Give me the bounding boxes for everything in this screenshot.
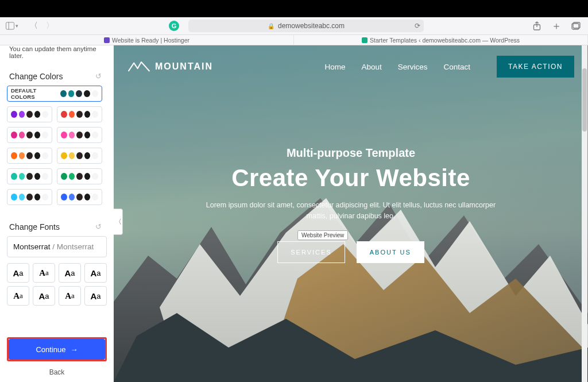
swatch xyxy=(11,173,17,180)
swatch xyxy=(19,173,25,180)
font-sample-small: a xyxy=(71,291,75,300)
nav-services[interactable]: Services xyxy=(398,63,428,71)
swatch xyxy=(26,152,33,159)
swatch xyxy=(84,194,91,200)
font-sample-small: a xyxy=(20,291,23,300)
swatch xyxy=(19,194,25,200)
nav-home[interactable]: Home xyxy=(324,63,345,71)
swatch xyxy=(69,173,75,180)
sidebar-toggle-icon[interactable]: ▾ xyxy=(6,20,18,32)
swatch xyxy=(42,152,48,159)
palette-option[interactable] xyxy=(57,189,102,205)
brand[interactable]: MOUNTAIN xyxy=(127,60,213,74)
swatch xyxy=(92,111,98,118)
font-sample-big: A xyxy=(38,291,45,301)
forward-icon[interactable]: 〉 xyxy=(44,20,56,32)
swatch xyxy=(69,111,75,118)
font-sample-small: a xyxy=(45,292,49,300)
font-sample-big: A xyxy=(13,291,20,301)
nav-links: Home About Services Contact TAKE ACTION xyxy=(324,56,574,78)
swatch xyxy=(34,173,41,180)
swatch xyxy=(84,152,91,159)
swatch xyxy=(11,132,17,138)
swatch xyxy=(76,173,83,180)
palette-default[interactable]: DEFAULT COLORS xyxy=(7,86,102,102)
font-sample-big: A xyxy=(90,291,96,301)
reload-icon[interactable]: ⟳ xyxy=(415,22,420,30)
font-option[interactable]: Aa xyxy=(33,263,55,283)
colors-section-header: Change Colors ↺ xyxy=(0,65,114,86)
hero-buttons: SERVICES ABOUT US xyxy=(127,241,574,263)
nav-contact[interactable]: Contact xyxy=(444,63,471,71)
website-preview: MOUNTAIN Home About Services Contact TAK… xyxy=(114,45,588,382)
palette-option[interactable] xyxy=(57,127,102,143)
swatch xyxy=(34,132,41,138)
site-nav: MOUNTAIN Home About Services Contact TAK… xyxy=(127,56,574,78)
font-primary: Montserrat xyxy=(13,242,51,251)
favicon-icon xyxy=(362,37,368,43)
brand-text: MOUNTAIN xyxy=(155,61,213,72)
nav-about[interactable]: About xyxy=(361,63,381,71)
font-sample-big: A xyxy=(64,268,71,278)
font-option[interactable]: Aa xyxy=(59,286,81,306)
grammarly-icon[interactable]: G xyxy=(169,21,179,31)
font-option[interactable]: Aa xyxy=(33,286,55,306)
font-selected[interactable]: Montserrat / Montserrat xyxy=(7,236,107,257)
palette-option[interactable] xyxy=(7,168,52,184)
address-bar[interactable]: 🔒 demowebsiteabc.com ⟳ xyxy=(188,20,424,32)
swatch xyxy=(34,111,41,118)
fonts-title: Change Fonts xyxy=(9,222,60,231)
svg-rect-0 xyxy=(6,22,14,29)
palette-option[interactable] xyxy=(57,148,102,164)
fonts-section-header: Change Fonts ↺ xyxy=(0,215,114,236)
tabs-overview-icon[interactable] xyxy=(570,20,582,32)
swatch xyxy=(92,194,98,200)
swatch xyxy=(19,132,25,138)
swatch xyxy=(76,152,83,159)
palette-option[interactable] xyxy=(57,168,102,184)
back-button[interactable]: Back xyxy=(7,365,107,376)
swatch xyxy=(34,194,41,200)
swatch xyxy=(11,111,17,118)
font-sample-small: a xyxy=(96,292,100,300)
favicon-icon xyxy=(104,37,110,43)
swatch xyxy=(26,111,33,118)
swatch xyxy=(61,111,67,118)
swatch xyxy=(42,194,48,200)
font-option[interactable]: Aa xyxy=(84,263,107,283)
swatch xyxy=(26,194,33,200)
fonts-section: Montserrat / Montserrat AaAaAaAaAaAaAaAa xyxy=(0,236,114,306)
reset-colors-icon[interactable]: ↺ xyxy=(95,72,105,81)
browser-tab-0[interactable]: Website is Ready | Hostinger xyxy=(0,35,294,45)
collapse-sidebar-button[interactable]: 〈 xyxy=(114,209,123,235)
palette-option[interactable] xyxy=(7,189,52,205)
hero-services-button[interactable]: SERVICES xyxy=(277,241,345,263)
new-tab-icon[interactable]: ＋ xyxy=(550,20,563,32)
swatch xyxy=(68,90,75,97)
palette-option[interactable] xyxy=(7,127,52,143)
font-option[interactable]: Aa xyxy=(84,286,107,306)
browser-tab-1[interactable]: Starter Templates ‹ demowebsiteabc.com —… xyxy=(294,35,588,45)
swatch xyxy=(42,173,48,180)
back-icon[interactable]: 〈 xyxy=(28,20,40,32)
scrollbar-thumb[interactable] xyxy=(582,68,587,132)
swatch xyxy=(61,173,67,180)
hero-about-button[interactable]: ABOUT US xyxy=(357,241,424,263)
swatch xyxy=(19,152,25,159)
swatch xyxy=(11,194,17,200)
font-option[interactable]: Aa xyxy=(59,263,81,283)
palette-option[interactable] xyxy=(57,106,102,122)
sidebar-scrollbar[interactable] xyxy=(582,45,587,382)
swatch xyxy=(42,111,48,118)
palette-option[interactable] xyxy=(7,148,52,164)
font-option[interactable]: Aa xyxy=(7,286,29,306)
share-icon[interactable] xyxy=(531,20,543,32)
reset-fonts-icon[interactable]: ↺ xyxy=(95,222,105,231)
continue-button[interactable]: Continue → xyxy=(9,339,105,360)
palette-option[interactable] xyxy=(7,106,52,122)
nav-cta-button[interactable]: TAKE ACTION xyxy=(497,56,574,78)
hero-content: MOUNTAIN Home About Services Contact TAK… xyxy=(114,45,588,382)
swatch xyxy=(92,152,98,159)
font-option[interactable]: Aa xyxy=(7,263,29,283)
swatch xyxy=(60,90,67,97)
